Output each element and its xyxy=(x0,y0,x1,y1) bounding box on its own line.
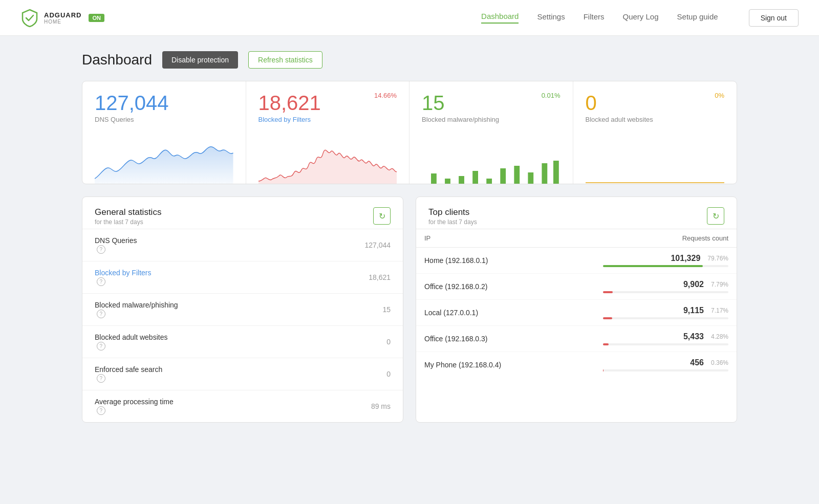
count-pct-0: 79.76% xyxy=(707,255,728,262)
malware-pct: 0.01% xyxy=(542,92,561,99)
nav-links: Dashboard Settings Filters Query Log Set… xyxy=(481,12,718,24)
svg-rect-6 xyxy=(514,166,520,184)
count-value-4: 456 xyxy=(690,358,704,367)
row-label-adult: Blocked adult websites xyxy=(95,333,288,341)
svg-rect-8 xyxy=(542,163,547,184)
top-clients-refresh-button[interactable]: ↻ xyxy=(707,207,724,225)
stat-card-dns-queries: 127,044 DNS Queries xyxy=(82,81,246,184)
client-count-1: 9,902 7.79% xyxy=(595,274,737,300)
client-bar-2 xyxy=(603,317,612,319)
client-bar-wrap-2 xyxy=(603,317,728,319)
col-ip-header: IP xyxy=(416,229,595,248)
refresh-statistics-button[interactable]: Refresh statistics xyxy=(248,51,322,69)
top-clients-table: IP Requests count Home (192.168.0.1) 101… xyxy=(416,229,737,378)
client-bar-wrap-3 xyxy=(603,343,728,345)
count-value-1: 9,902 xyxy=(683,280,704,289)
svg-rect-5 xyxy=(500,168,506,184)
logo-sub: HOME xyxy=(44,19,81,25)
client-count-4: 456 0.36% xyxy=(595,352,737,378)
dns-queries-label: DNS Queries xyxy=(95,116,233,123)
malware-chart xyxy=(422,127,561,184)
table-row: Average processing time ? 89 ms xyxy=(82,390,403,423)
general-stats-subtitle: for the last 7 days xyxy=(95,218,161,226)
help-icon-dns[interactable]: ? xyxy=(97,245,105,254)
svg-rect-9 xyxy=(553,161,559,184)
top-clients-header: Top clients for the last 7 days ↻ xyxy=(416,197,737,229)
client-count-2: 9,115 7.17% xyxy=(595,300,737,326)
sign-out-button[interactable]: Sign out xyxy=(749,9,799,27)
client-bar-4 xyxy=(603,369,604,371)
client-name-4: My Phone (192.168.0.4) xyxy=(416,352,595,378)
help-icon-safe-search[interactable]: ? xyxy=(97,374,105,383)
nav-setup-guide[interactable]: Setup guide xyxy=(677,12,718,23)
general-stats-header: General statistics for the last 7 days ↻ xyxy=(82,197,403,229)
client-bar-wrap-1 xyxy=(603,291,728,293)
logo-text: ADGUARD xyxy=(44,11,81,19)
count-pct-4: 0.36% xyxy=(711,359,728,366)
adult-value: 0 xyxy=(586,92,597,115)
table-row: Office (192.168.0.2) 9,902 7.79% xyxy=(416,274,737,300)
svg-rect-0 xyxy=(431,173,437,184)
nav-settings[interactable]: Settings xyxy=(537,12,565,23)
stat-card-adult: 0 0% Blocked adult websites xyxy=(573,81,737,184)
table-row: My Phone (192.168.0.4) 456 0.36% xyxy=(416,352,737,378)
svg-rect-1 xyxy=(445,179,450,184)
nav-filters[interactable]: Filters xyxy=(584,12,605,23)
bottom-section: General statistics for the last 7 days ↻… xyxy=(82,196,737,423)
malware-label: Blocked malware/phishing xyxy=(422,116,561,123)
navbar: ADGUARD HOME ON Dashboard Settings Filte… xyxy=(0,0,819,36)
svg-rect-3 xyxy=(472,171,478,184)
disable-protection-button[interactable]: Disable protection xyxy=(162,51,238,69)
table-row: Office (192.168.0.3) 5,433 4.28% xyxy=(416,326,737,352)
table-row: Blocked adult websites ? 0 xyxy=(82,326,403,358)
svg-rect-2 xyxy=(459,176,464,184)
stat-card-malware: 15 0.01% Blocked malware/phishing xyxy=(410,81,573,184)
help-icon-malware[interactable]: ? xyxy=(97,310,105,318)
blocked-filters-value: 18,621 xyxy=(258,92,321,115)
general-stats-title: General statistics xyxy=(95,207,161,217)
adult-label: Blocked adult websites xyxy=(586,116,725,123)
table-row: Blocked malware/phishing ? 15 xyxy=(82,294,403,326)
client-count-3: 5,433 4.28% xyxy=(595,326,737,352)
general-stats-refresh-button[interactable]: ↻ xyxy=(373,207,391,225)
row-label-dns: DNS Queries xyxy=(95,236,288,245)
client-name-0: Home (192.168.0.1) xyxy=(416,248,595,274)
client-bar-1 xyxy=(603,291,613,293)
help-icon-avg-time[interactable]: ? xyxy=(97,406,105,415)
blocked-filters-pct: 14.66% xyxy=(374,92,397,99)
nav-query-log[interactable]: Query Log xyxy=(623,12,659,23)
client-name-1: Office (192.168.0.2) xyxy=(416,274,595,300)
table-row: Enforced safe search ? 0 xyxy=(82,358,403,390)
stats-cards-row: 127,044 DNS Queries xyxy=(82,81,737,184)
blocked-filters-label: Blocked by Filters xyxy=(258,116,397,123)
nav-dashboard[interactable]: Dashboard xyxy=(481,12,519,24)
row-value-malware: 15 xyxy=(300,294,403,326)
top-clients-title: Top clients xyxy=(428,207,477,217)
row-label-malware: Blocked malware/phishing xyxy=(95,301,288,309)
malware-value: 15 xyxy=(422,92,445,115)
top-clients-subtitle: for the last 7 days xyxy=(428,218,477,226)
help-icon-blocked-filters[interactable]: ? xyxy=(97,277,105,286)
client-name-3: Office (192.168.0.3) xyxy=(416,326,595,352)
help-icon-adult[interactable]: ? xyxy=(97,342,105,350)
page-title: Dashboard xyxy=(82,52,152,68)
table-header-row: IP Requests count xyxy=(416,229,737,248)
client-bar-wrap-4 xyxy=(603,369,728,371)
svg-rect-7 xyxy=(528,172,533,184)
row-value-avg-time: 89 ms xyxy=(300,390,403,423)
table-row: DNS Queries ? 127,044 xyxy=(82,229,403,261)
client-name-2: Local (127.0.0.1) xyxy=(416,300,595,326)
adguard-logo-icon xyxy=(20,9,39,27)
count-pct-1: 7.79% xyxy=(711,281,728,288)
table-row: Home (192.168.0.1) 101,329 79.76% xyxy=(416,248,737,274)
row-label-safe-search: Enforced safe search xyxy=(95,365,288,374)
col-requests-header: Requests count xyxy=(595,229,737,248)
dns-queries-value: 127,044 xyxy=(95,92,169,115)
count-value-2: 9,115 xyxy=(683,306,704,315)
stat-card-blocked-filters: 18,621 14.66% Blocked by Filters xyxy=(246,81,410,184)
row-label-avg-time: Average processing time xyxy=(95,398,288,406)
blocked-filters-chart xyxy=(258,127,397,184)
svg-rect-4 xyxy=(486,179,492,184)
count-pct-3: 4.28% xyxy=(711,333,728,340)
dns-queries-chart xyxy=(95,127,233,184)
